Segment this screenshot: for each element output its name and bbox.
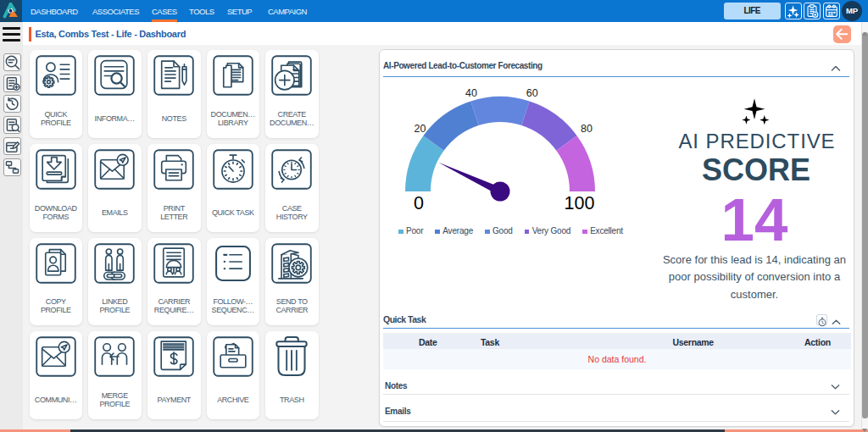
svg-text:40: 40 [465, 87, 477, 99]
svg-text:60: 60 [526, 87, 538, 99]
svg-text:100: 100 [565, 193, 595, 213]
svg-text:0: 0 [414, 193, 424, 213]
svg-text:80: 80 [581, 123, 593, 135]
svg-text:20: 20 [415, 123, 426, 135]
